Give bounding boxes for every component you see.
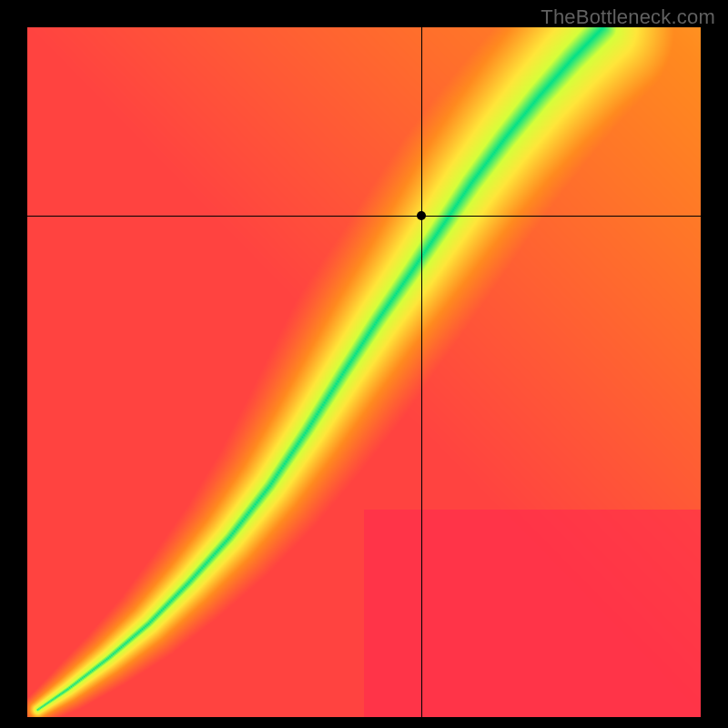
chart-stage: TheBottleneck.com (0, 0, 728, 728)
watermark-label: TheBottleneck.com (541, 5, 715, 29)
bottleneck-heatmap (27, 27, 701, 717)
